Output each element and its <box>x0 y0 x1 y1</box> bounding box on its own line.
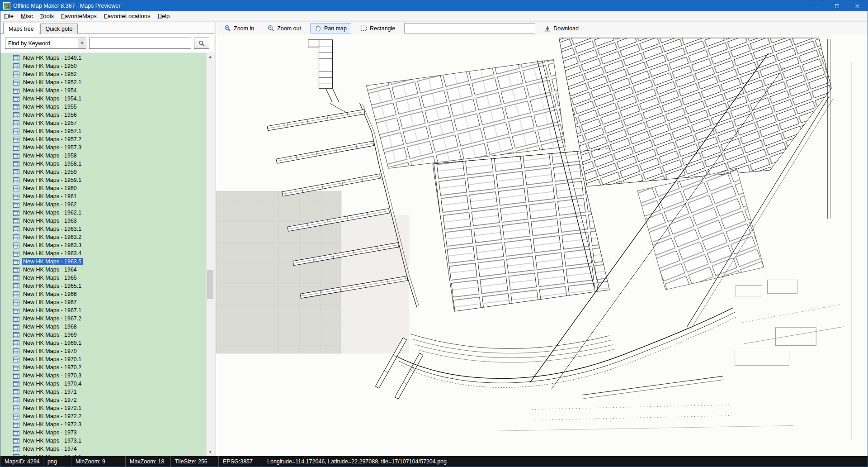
map-layer-icon <box>13 381 19 387</box>
menu-item-help[interactable]: Help <box>154 11 173 21</box>
tree-item-label: New HK Maps - 1962 <box>22 201 78 208</box>
tree-item-label: New HK Maps - 1950 <box>22 62 78 70</box>
tree-item-label: New HK Maps - 1971 <box>22 388 78 396</box>
map-layer-icon <box>13 430 19 436</box>
map-layer-icon <box>13 414 19 419</box>
search-icon <box>198 40 205 47</box>
tree-item[interactable]: New HK Maps - 1961 <box>0 192 206 200</box>
tree-item[interactable]: New HK Maps - 1958.1 <box>0 160 206 168</box>
tree-item[interactable]: New HK Maps - 1952 <box>0 70 206 78</box>
tree-item[interactable]: New HK Maps - 1957.3 <box>0 143 206 152</box>
tree-item[interactable]: New HK Maps - 1967 <box>0 298 206 306</box>
tree-item[interactable]: New HK Maps - 1955 <box>0 103 206 111</box>
tree-item[interactable]: New HK Maps - 1954 <box>0 86 206 95</box>
tree-item[interactable]: New HK Maps - 1970 <box>0 347 206 355</box>
tree-item[interactable]: New HK Maps - 1970.2 <box>0 363 206 372</box>
tree-item[interactable]: New HK Maps - 1965 <box>0 274 206 282</box>
pan-map-button[interactable]: Pan map <box>310 23 351 33</box>
tree-item[interactable]: New HK Maps - 1973.1 <box>0 437 206 445</box>
tree-item[interactable]: New HK Maps - 1969 <box>0 331 206 339</box>
rectangle-button[interactable]: Rectangle <box>356 24 400 33</box>
tree-item-label: New HK Maps - 1963.5 <box>22 258 83 265</box>
tree-item[interactable]: New HK Maps - 1969.1 <box>0 339 206 347</box>
tree-item-label: New HK Maps - 1972.2 <box>22 413 83 420</box>
zoom-in-button[interactable]: Zoom in <box>220 23 259 33</box>
tree-item[interactable]: New HK Maps - 1962 <box>0 200 206 209</box>
toolbar-text-input[interactable] <box>404 23 535 33</box>
tree-item[interactable]: New HK Maps - 1960 <box>0 184 206 192</box>
tree-item[interactable]: New HK Maps - 1972.2 <box>0 412 206 420</box>
search-input[interactable] <box>89 38 191 49</box>
scroll-down-icon[interactable]: ▼ <box>207 448 214 456</box>
tree-item[interactable]: New HK Maps - 1963.3 <box>0 241 206 249</box>
menu-item-favoritelocations[interactable]: FavoriteLocations <box>100 11 154 21</box>
tab-quick-goto[interactable]: Quick goto <box>40 24 78 34</box>
menu-item-file[interactable]: File <box>0 11 17 21</box>
tree-item[interactable]: New HK Maps - 1970.4 <box>0 380 206 388</box>
tree-item-label: New HK Maps - 1963 <box>22 217 78 224</box>
tree-item[interactable]: New HK Maps - 1974.1 <box>0 453 206 456</box>
tree-item[interactable]: New HK Maps - 1956 <box>0 111 206 119</box>
tree-item[interactable]: New HK Maps - 1952.1 <box>0 78 206 86</box>
tab-maps-tree[interactable]: Maps tree <box>3 23 39 34</box>
tree-item[interactable]: New HK Maps - 1963 <box>0 217 206 225</box>
scrollbar-track[interactable] <box>207 61 214 448</box>
tree-item[interactable]: New HK Maps - 1968 <box>0 323 206 331</box>
close-button[interactable] <box>847 0 868 11</box>
minimize-button[interactable] <box>807 0 827 11</box>
tree-item[interactable]: New HK Maps - 1963.4 <box>0 249 206 257</box>
tree-item[interactable]: New HK Maps - 1972.3 <box>0 420 206 429</box>
tree-item[interactable]: New HK Maps - 1963.5 <box>0 257 206 266</box>
tree-item[interactable]: New HK Maps - 1957 <box>0 119 206 127</box>
search-button[interactable] <box>194 38 209 49</box>
tree-item[interactable]: New HK Maps - 1971 <box>0 388 206 396</box>
map-panel: Zoom in Zoom out Pan map <box>216 22 868 456</box>
status-tilesize: TileSize: 256 <box>171 456 219 467</box>
download-button[interactable]: Download <box>540 24 583 33</box>
menu-item-favoritemaps[interactable]: FavoriteMaps <box>57 11 100 21</box>
tree-item[interactable]: New HK Maps - 1957.1 <box>0 127 206 135</box>
menu-item-misc[interactable]: Misc <box>17 11 37 21</box>
tree-item-label: New HK Maps - 1968 <box>22 323 78 330</box>
map-layer-icon <box>13 365 19 371</box>
tree-item[interactable]: New HK Maps - 1964 <box>0 266 206 274</box>
tree-item[interactable]: New HK Maps - 1959.1 <box>0 176 206 184</box>
scrollbar-thumb[interactable] <box>207 270 213 299</box>
tree-item[interactable]: New HK Maps - 1950 <box>0 62 206 70</box>
tree-item[interactable]: New HK Maps - 1965.1 <box>0 282 206 290</box>
tree-item[interactable]: New HK Maps - 1949.1 <box>0 54 206 62</box>
tree-item[interactable]: New HK Maps - 1970.3 <box>0 372 206 380</box>
map-toolbar: Zoom in Zoom out Pan map <box>216 22 868 35</box>
search-filter-dropdown[interactable]: Find by Keyword ▼ <box>5 38 86 49</box>
tree-item[interactable]: New HK Maps - 1963.2 <box>0 233 206 241</box>
tree-item-label: New HK Maps - 1957 <box>22 119 78 127</box>
map-layer-icon <box>13 446 19 452</box>
pan-map-label: Pan map <box>324 25 347 32</box>
menu-bar: File Misc Tools FavoriteMaps FavoriteLoc… <box>0 11 868 22</box>
tree-item[interactable]: New HK Maps - 1959 <box>0 168 206 176</box>
map-layer-icon <box>13 389 19 395</box>
tree-item[interactable]: New HK Maps - 1967.2 <box>0 315 206 323</box>
tree-item[interactable]: New HK Maps - 1958 <box>0 152 206 160</box>
tree-item[interactable]: New HK Maps - 1962.1 <box>0 209 206 217</box>
tree-item[interactable]: New HK Maps - 1967.1 <box>0 306 206 315</box>
tree-item[interactable]: New HK Maps - 1954.1 <box>0 95 206 103</box>
zoom-out-button[interactable]: Zoom out <box>263 23 306 33</box>
map-view[interactable] <box>216 35 868 456</box>
map-layer-icon <box>13 202 19 208</box>
title-bar: Offline Map Maker 8.367 - Maps Previewer <box>0 0 868 11</box>
tree-item[interactable]: New HK Maps - 1973 <box>0 429 206 437</box>
maximize-button[interactable] <box>827 0 847 11</box>
maps-tree[interactable]: New HK Maps - 1949.1 <box>0 53 206 456</box>
tree-scrollbar[interactable]: ▲ ▼ <box>206 53 214 456</box>
menu-item-tools[interactable]: Tools <box>37 11 57 21</box>
tree-item[interactable]: New HK Maps - 1970.1 <box>0 355 206 363</box>
tree-item[interactable]: New HK Maps - 1972 <box>0 396 206 404</box>
scroll-up-icon[interactable]: ▲ <box>207 53 214 61</box>
tree-item[interactable]: New HK Maps - 1974 <box>0 445 206 453</box>
tree-item[interactable]: New HK Maps - 1966 <box>0 290 206 298</box>
tree-item[interactable]: New HK Maps - 1972.1 <box>0 404 206 412</box>
tree-item[interactable]: New HK Maps - 1963.1 <box>0 225 206 233</box>
tree-item[interactable]: New HK Maps - 1957.2 <box>0 135 206 143</box>
map-layer-icon <box>13 397 19 403</box>
